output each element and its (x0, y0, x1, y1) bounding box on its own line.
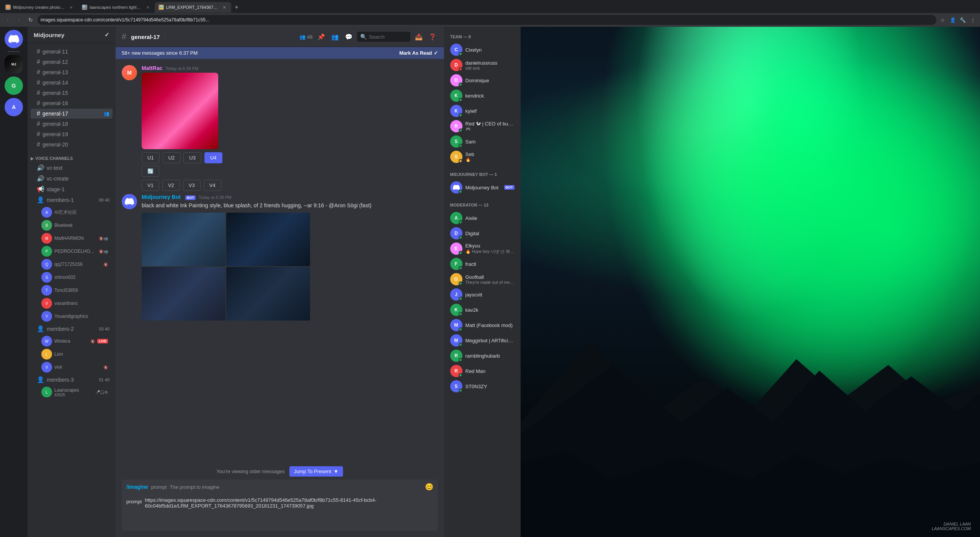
mjbot-image-grid[interactable] (142, 213, 310, 321)
channel-item-general14[interactable]: # general-14 (31, 78, 113, 88)
v3-button[interactable]: V3 (183, 180, 201, 191)
channel-item-general15[interactable]: # general-15 (31, 88, 113, 98)
jump-to-present-button[interactable]: Jump To Present ▼ (289, 466, 343, 477)
member-youandi[interactable]: Y Youandigraphics (40, 310, 109, 322)
cixelyn-avatar: C (450, 44, 462, 56)
member-mjbot[interactable]: Midjourney Bot BOT (447, 180, 518, 195)
member-elkyuu[interactable]: E Elkyuu 🔥 Hype boy 너넨 넌 왜해 Hype ... (447, 241, 518, 256)
member-dominique[interactable]: D Dominique (447, 73, 518, 88)
other-server-2[interactable]: A (5, 98, 23, 116)
member-lion[interactable]: L Lion (40, 348, 109, 360)
menu-icon[interactable]: ⋮ (969, 16, 977, 24)
help-button[interactable]: ❓ (427, 31, 438, 42)
member-st0n3zy[interactable]: S ST0N3ZY (447, 379, 518, 394)
member-bluebeat[interactable]: B Bluebeat (40, 219, 109, 231)
member-danielruss[interactable]: D danielrussruss still sick (447, 57, 518, 73)
tab-3-close[interactable]: ✕ (221, 4, 227, 10)
member-meggirbot[interactable]: M Meggirbot | ARTificial... (447, 333, 518, 348)
forward-button[interactable]: › (15, 15, 24, 24)
member-kylelf[interactable]: K kylelf (447, 103, 518, 119)
member-cixelyn[interactable]: C Cixelyn (447, 42, 518, 57)
dominique-name-area: Dominique (466, 78, 514, 83)
message-group-mjbot: Midjourney Bot BOT Today at 6:38 PM blac… (122, 194, 438, 321)
emoji-button-top[interactable]: 😊 (425, 483, 433, 491)
member-jayscott[interactable]: J jayscott (447, 287, 518, 302)
members-button[interactable]: 👥 (330, 31, 340, 42)
channel-item-general13[interactable]: # general-13 (31, 67, 113, 77)
back-button[interactable]: ‹ (3, 15, 12, 24)
server-header[interactable]: Midjourney ✓ (28, 27, 116, 43)
channel-item-stage1[interactable]: 📢 stage-1 (31, 184, 113, 194)
member-kav2k[interactable]: K kav2k (447, 302, 518, 317)
member-red-ceo[interactable]: R Red 🐿 | CEO of bugs ... 🎮 (447, 119, 518, 134)
member-goofball[interactable]: G Goofball They're made out of meat. (447, 272, 518, 287)
dominique-status (459, 83, 462, 86)
channel-item-members3[interactable]: 👤 members-3 01 40 (31, 374, 113, 385)
member-group-icon-2: 👤 (37, 325, 44, 332)
tab-3[interactable]: 🖼️ LRM_EXPORT_17643678795693... ✕ (155, 2, 231, 13)
discord-home-button[interactable] (5, 30, 23, 48)
tab-2-close[interactable]: ✕ (145, 4, 151, 10)
member-ai-art[interactable]: A AI艺术社区 (40, 206, 109, 218)
v2-button[interactable]: V2 (162, 180, 180, 191)
member-rambling[interactable]: R ramblinghubarb (447, 348, 518, 363)
kendrick-name: kendrick (466, 93, 514, 99)
member-pedro[interactable]: P PEDROCOELHO... 🔇📹 (40, 245, 109, 257)
channel-item-general16[interactable]: # general-16 (31, 98, 113, 108)
member-fractl[interactable]: F fractl (447, 256, 518, 272)
pin-button[interactable]: 📌 (316, 31, 327, 42)
new-tab-button[interactable]: + (231, 2, 242, 13)
member-vasanth[interactable]: V vasanthanc (40, 297, 109, 309)
channel-item-vc-text[interactable]: 🔊 vc-text (31, 163, 113, 173)
channel-item-members2[interactable]: 👤 members-2 03 40 (31, 324, 113, 334)
u4-button[interactable]: U4 (204, 152, 222, 163)
member-matt-fb[interactable]: M Matt (Facebook mod) (447, 317, 518, 333)
member-qq[interactable]: Q qq271725158 🔇 (40, 258, 109, 270)
member-digital[interactable]: D Digital (447, 226, 518, 241)
midjourney-server-icon[interactable]: MJ (5, 55, 23, 73)
v4-button[interactable]: V4 (204, 180, 221, 191)
u1-button[interactable]: U1 (142, 152, 160, 163)
member-sam[interactable]: S Sam (447, 134, 518, 149)
member-kendrick[interactable]: K kendrick (447, 88, 518, 103)
channel-item-vc-create[interactable]: 🔊 vc-create (31, 173, 113, 184)
channel-item-general12[interactable]: # general-12 (31, 57, 113, 67)
category-chevron: ▶ (31, 156, 34, 161)
channel-item-general18[interactable]: # general-18 (31, 119, 113, 129)
tab-2[interactable]: 🔍 laanscapes northern lights - Go... ✕ (78, 2, 155, 13)
message-input[interactable]: https://images.squarespace-cdn.com/conte… (145, 497, 433, 528)
channel-item-members1[interactable]: 👤 members-1 09 40 (31, 195, 113, 205)
member-red-man[interactable]: R Red Man (447, 363, 518, 379)
member-wintera[interactable]: W Wintera 🔇 LIVE (40, 335, 109, 347)
member-laanscapes[interactable]: L Laanscapes #2625 🎤🎧⚙ (40, 386, 109, 398)
profile-icon[interactable]: 👤 (949, 16, 957, 24)
member-seb[interactable]: S Seb 🔥 (447, 149, 518, 164)
new-messages-bar[interactable]: 58+ new messages since 6:37 PM Mark As R… (116, 47, 444, 59)
inbox-button[interactable]: 📥 (413, 31, 424, 42)
tab-1-close[interactable]: ✕ (68, 4, 74, 10)
u3-button[interactable]: U3 (183, 152, 201, 163)
member-matt-harmon[interactable]: M MattHARMON 🔇📹 (40, 232, 109, 244)
channel-item-general19[interactable]: # general-19 (31, 129, 113, 139)
refresh-button[interactable]: ↻ (26, 15, 35, 24)
member-vivii[interactable]: V vivii 🔇 (40, 361, 109, 373)
voice-channels-category[interactable]: ▶ VOICE CHANNELS (28, 150, 116, 162)
member-aixile[interactable]: A Aixile (447, 210, 518, 226)
u2-button[interactable]: U2 (163, 152, 181, 163)
mark-as-read-button[interactable]: Mark As Read ✓ (399, 50, 438, 56)
tab-1[interactable]: 🎨 Midjourney creates photorealis... ✕ (2, 2, 78, 13)
mattrac-image[interactable] (142, 73, 218, 149)
member-shinon[interactable]: S shinon002 (40, 271, 109, 283)
v1-button[interactable]: V1 (142, 180, 159, 191)
other-server-1[interactable]: G (5, 76, 23, 95)
member-tonci[interactable]: T Tonci53859 (40, 284, 109, 296)
channel-item-general11[interactable]: # general-11 (31, 47, 113, 57)
refresh-generation-button[interactable]: 🔄 (142, 166, 159, 177)
hide-threads-button[interactable]: 💬 (343, 31, 354, 42)
channel-item-general17[interactable]: # general-17 👥 (31, 109, 113, 119)
search-input[interactable] (369, 34, 407, 40)
bookmark-icon[interactable]: ☆ (939, 16, 947, 24)
channel-item-general20[interactable]: # general-20 (31, 140, 113, 150)
extension-icon[interactable]: 🔧 (959, 16, 967, 24)
url-input[interactable] (38, 15, 936, 25)
